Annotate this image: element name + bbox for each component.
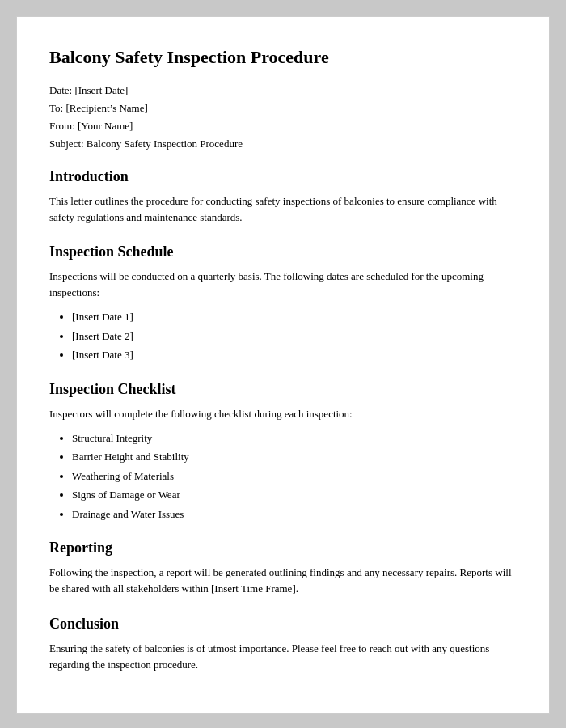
section-body-introduction: This letter outlines the procedure for c… <box>49 193 517 226</box>
section-heading-conclusion: Conclusion <box>49 616 517 633</box>
section-heading-inspection-schedule: Inspection Schedule <box>49 243 517 260</box>
inspection-schedule-list: [Insert Date 1] [Insert Date 2] [Insert … <box>72 309 517 363</box>
inspection-checklist-list: Structural Integrity Barrier Height and … <box>72 430 517 523</box>
list-item: Drainage and Water Issues <box>72 506 517 523</box>
meta-to: To: [Recipient’s Name] <box>49 102 517 115</box>
list-item: [Insert Date 2] <box>72 328 517 345</box>
list-item: [Insert Date 3] <box>72 347 517 363</box>
list-item: Signs of Damage or Wear <box>72 487 517 503</box>
document-container: Balcony Safety Inspection Procedure Date… <box>16 16 550 714</box>
section-body-inspection-schedule: Inspections will be conducted on a quart… <box>49 269 517 301</box>
section-body-inspection-checklist: Inspectors will complete the following c… <box>49 406 517 422</box>
document-title: Balcony Safety Inspection Procedure <box>49 46 517 70</box>
list-item: [Insert Date 1] <box>72 309 517 325</box>
list-item: Structural Integrity <box>72 430 517 447</box>
section-body-reporting: Following the inspection, a report will … <box>49 565 517 597</box>
section-heading-introduction: Introduction <box>49 168 517 185</box>
list-item: Weathering of Materials <box>72 468 517 485</box>
meta-subject: Subject: Balcony Safety Inspection Proce… <box>49 138 517 150</box>
section-body-conclusion: Ensuring the safety of balconies is of u… <box>49 641 517 673</box>
section-heading-reporting: Reporting <box>49 540 517 557</box>
list-item: Barrier Height and Stability <box>72 449 517 465</box>
meta-from: From: [Your Name] <box>49 120 517 133</box>
meta-date: Date: [Insert Date] <box>49 84 517 97</box>
section-heading-inspection-checklist: Inspection Checklist <box>49 381 517 398</box>
